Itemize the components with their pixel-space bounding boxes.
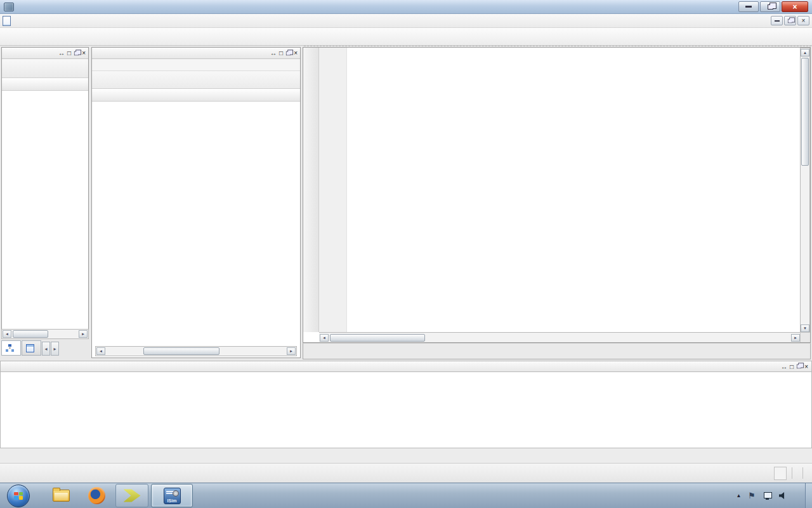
editor-tab-bar (303, 343, 811, 359)
maximize-panel-icon[interactable]: □ (790, 363, 794, 370)
objects-panel: ↔ □ × ◂ ▸ (91, 47, 301, 358)
maximize-panel-icon[interactable]: □ (67, 50, 71, 57)
show-hidden-icons[interactable]: ▲ (736, 493, 741, 498)
windows-taskbar: ISim ▲ ⚑ (0, 483, 812, 508)
taskbar-isim-button[interactable]: ISim (151, 484, 193, 507)
scroll-thumb[interactable] (330, 334, 425, 342)
code-editor: ▴ ▾ ◂ ▸ (303, 47, 811, 343)
restore-panel-icon[interactable] (797, 364, 801, 368)
taskbar-ise-button[interactable] (115, 484, 148, 507)
windows-logo-icon (14, 492, 23, 500)
minimize-icon (745, 6, 752, 8)
taskbar-firefox-button[interactable] (80, 484, 113, 507)
taskbar-explorer-button[interactable] (44, 484, 77, 507)
mdi-minimize-button[interactable] (771, 16, 783, 25)
bottom-tab-bar (0, 448, 812, 463)
editor-toolbar (303, 48, 319, 332)
ise-icon (124, 488, 141, 503)
scroll-left-icon[interactable]: ◂ (96, 347, 105, 355)
left-panel-tabs: ◂ ▸ (1, 340, 89, 356)
mdi-restore-icon (788, 18, 792, 22)
console-output[interactable] (0, 372, 812, 448)
isim-application-window: × × ↔ □ × ◂ ▸ (0, 0, 812, 508)
close-panel-icon[interactable]: × (804, 363, 808, 370)
scrollbar-corner (800, 332, 810, 342)
editor-hscrollbar[interactable]: ◂ ▸ (319, 332, 801, 342)
start-button[interactable] (7, 485, 30, 507)
hierarchy-icon (6, 344, 14, 352)
scroll-right-icon[interactable]: ▸ (287, 347, 296, 355)
tab-memory[interactable] (22, 340, 41, 356)
scroll-right-icon[interactable]: ▸ (79, 330, 88, 338)
instances-column-header[interactable] (2, 78, 88, 91)
scroll-thumb[interactable] (143, 347, 219, 355)
restore-panel-icon[interactable] (74, 51, 79, 55)
scroll-thumb[interactable] (13, 330, 48, 338)
mdi-minimize-icon (775, 20, 780, 22)
restore-button[interactable] (760, 1, 780, 12)
scroll-down-icon[interactable]: ▾ (801, 324, 809, 332)
instances-hscrollbar[interactable]: ◂ ▸ (1, 329, 89, 339)
minimize-button[interactable] (738, 1, 759, 12)
network-icon[interactable] (763, 492, 772, 500)
code-area[interactable] (319, 48, 800, 332)
toolbar-handle (304, 46, 811, 46)
maximize-panel-icon[interactable]: □ (279, 50, 283, 57)
restore-panel-icon[interactable] (286, 51, 291, 55)
close-panel-icon[interactable]: × (82, 50, 86, 57)
sim-time-status (774, 467, 787, 480)
float-panel-icon[interactable]: ↔ (270, 50, 277, 57)
tab-scroll-left[interactable]: ◂ (42, 342, 50, 356)
mdi-restore-button[interactable] (784, 16, 796, 25)
mdi-close-button[interactable]: × (797, 16, 809, 25)
console-panel-header: ↔ □ × (0, 361, 812, 372)
close-panel-icon[interactable]: × (294, 50, 298, 57)
float-panel-icon[interactable]: ↔ (58, 50, 65, 57)
isim-icon: ISim (164, 488, 181, 504)
editor-vscrollbar[interactable]: ▴ ▾ (800, 48, 810, 333)
instances-panel: ↔ □ × ◂ ▸ (1, 47, 89, 339)
main-toolbar (0, 28, 812, 46)
status-separator (802, 467, 803, 479)
scroll-right-icon[interactable]: ▸ (791, 334, 800, 342)
action-center-flag-icon[interactable]: ⚑ (748, 491, 756, 500)
float-panel-icon[interactable]: ↔ (781, 363, 787, 370)
show-desktop-button[interactable] (805, 483, 812, 508)
objects-table-header (92, 89, 300, 102)
explorer-icon (53, 490, 70, 502)
scroll-left-icon[interactable]: ◂ (320, 334, 329, 342)
title-bar: × (0, 0, 812, 14)
app-icon (4, 3, 14, 11)
firefox-icon (88, 487, 105, 504)
tab-instances[interactable] (1, 340, 21, 356)
scroll-up-icon[interactable]: ▴ (801, 49, 809, 57)
scroll-left-icon[interactable]: ◂ (3, 330, 11, 338)
restore-icon (768, 4, 773, 10)
menu-bar: × (0, 14, 812, 28)
mdi-close-icon: × (802, 17, 806, 24)
status-separator (792, 467, 792, 479)
scroll-thumb[interactable] (801, 58, 809, 166)
document-icon[interactable] (3, 16, 11, 26)
system-tray: ▲ ⚑ (736, 483, 812, 508)
status-bar (0, 463, 812, 483)
speaker-icon[interactable] (779, 492, 787, 500)
objects-panel-subtitle (92, 59, 300, 71)
close-button[interactable]: × (782, 1, 808, 12)
tab-scroll-right[interactable]: ▸ (51, 342, 59, 356)
close-icon: × (792, 3, 797, 11)
objects-hscrollbar[interactable]: ◂ ▸ (95, 346, 297, 356)
memory-icon (26, 344, 34, 352)
